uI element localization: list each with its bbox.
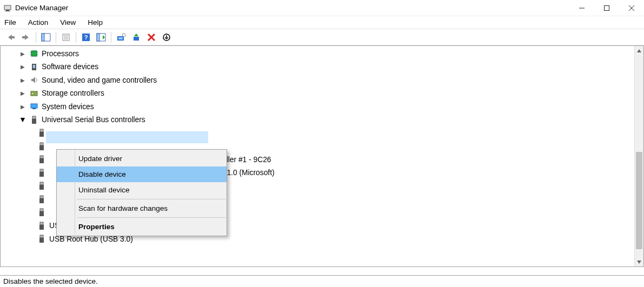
- menu-view[interactable]: View: [60, 18, 76, 26]
- enable-device-button[interactable]: [130, 31, 143, 43]
- forward-button[interactable]: [19, 31, 32, 43]
- window-title: Device Manager: [15, 4, 569, 12]
- update-driver-button[interactable]: [115, 31, 128, 43]
- svg-rect-44: [39, 158, 44, 163]
- properties-button[interactable]: [59, 31, 72, 43]
- usb-device-icon: [36, 195, 47, 204]
- collapse-arrow-icon[interactable]: ⯆: [19, 117, 26, 123]
- svg-rect-55: [40, 235, 43, 238]
- usb-device-icon: [36, 142, 47, 151]
- tree-label: [49, 142, 51, 150]
- usb-device-icon: [36, 129, 47, 137]
- usb-device-icon: [36, 182, 47, 190]
- svg-rect-52: [39, 211, 44, 216]
- usb-device-icon: [36, 155, 47, 164]
- svg-rect-32: [33, 65, 35, 68]
- back-button[interactable]: [4, 31, 17, 43]
- context-menu-separator: [77, 217, 225, 218]
- maximize-button[interactable]: [594, 0, 619, 16]
- svg-rect-42: [39, 145, 44, 150]
- vertical-scrollbar[interactable]: [634, 46, 643, 266]
- svg-rect-56: [39, 238, 44, 243]
- tree-category-system-devices[interactable]: ▶ System devices: [3, 100, 633, 114]
- menu-help[interactable]: Help: [88, 18, 103, 26]
- context-menu-disable-device[interactable]: Disable device: [57, 166, 227, 182]
- menubar: File Action View Help: [0, 16, 644, 29]
- svg-rect-7: [11, 36, 15, 38]
- usb-device-icon: [36, 235, 47, 243]
- device-manager-icon: [3, 4, 12, 12]
- expand-arrow-icon[interactable]: ▶: [19, 104, 26, 110]
- titlebar: Device Manager: [0, 0, 644, 16]
- statusbar-text: Disables the selected device.: [3, 277, 98, 285]
- svg-rect-50: [39, 198, 44, 203]
- svg-rect-53: [40, 222, 43, 225]
- close-button[interactable]: [619, 0, 644, 16]
- svg-rect-2: [5, 11, 10, 11]
- tree-label: Processors: [42, 50, 79, 58]
- svg-rect-18: [97, 34, 99, 41]
- tree-category-sound[interactable]: ▶ Sound, video and game controllers: [3, 74, 633, 87]
- svg-rect-43: [40, 156, 43, 158]
- scroll-down-icon[interactable]: [635, 257, 643, 266]
- toolbar-separator: [76, 32, 76, 43]
- context-menu-properties[interactable]: Properties: [57, 219, 227, 235]
- tree-label: Storage controllers: [42, 89, 104, 97]
- menu-file[interactable]: File: [4, 18, 16, 26]
- expand-arrow-icon[interactable]: ▶: [19, 64, 26, 70]
- svg-rect-39: [40, 129, 43, 132]
- svg-rect-8: [22, 36, 25, 38]
- tree-label: [49, 182, 51, 190]
- context-menu-update-driver[interactable]: Update driver: [57, 151, 227, 166]
- expand-arrow-icon[interactable]: ▶: [19, 51, 26, 57]
- expand-arrow-icon[interactable]: ▶: [19, 90, 26, 96]
- tree-category-processors[interactable]: ▶ Processors: [3, 47, 633, 61]
- tree-category-usb[interactable]: ⯆ Universal Serial Bus controllers: [3, 114, 633, 127]
- minimize-button[interactable]: [569, 0, 594, 16]
- toolbar-separator: [56, 32, 56, 43]
- tree-label: [49, 195, 51, 203]
- tree-label: [49, 129, 51, 137]
- scan-hardware-button[interactable]: [95, 31, 108, 43]
- svg-rect-45: [40, 169, 43, 172]
- window-controls: [569, 0, 644, 16]
- svg-rect-47: [40, 182, 43, 185]
- context-menu-scan-hardware[interactable]: Scan for hardware changes: [57, 201, 227, 216]
- svg-rect-36: [32, 108, 36, 109]
- toolbar: ?: [0, 29, 644, 45]
- usb-device-icon: [36, 222, 47, 230]
- storage-icon: [29, 89, 39, 98]
- context-menu: Update driver Disable device Uninstall d…: [56, 149, 227, 236]
- svg-rect-20: [118, 37, 123, 39]
- tree-label: USB Root Hub (USB 3.0): [49, 235, 133, 243]
- scroll-thumb[interactable]: [636, 152, 642, 249]
- svg-rect-49: [40, 196, 43, 198]
- menu-action[interactable]: Action: [28, 18, 49, 26]
- svg-text:?: ?: [84, 34, 88, 41]
- tree-category-storage[interactable]: ▶ Storage controllers: [3, 87, 633, 101]
- scroll-up-icon[interactable]: [635, 46, 643, 55]
- context-menu-uninstall-device[interactable]: Uninstall device: [57, 182, 227, 198]
- system-icon: [29, 102, 39, 111]
- svg-rect-1: [6, 10, 9, 11]
- tree-label: Universal Serial Bus controllers: [42, 116, 145, 124]
- expand-arrow-icon[interactable]: ▶: [19, 77, 26, 83]
- uninstall-device-button[interactable]: [145, 31, 158, 43]
- usb-icon: [29, 116, 39, 124]
- svg-rect-10: [42, 34, 44, 41]
- tree-label: Software devices: [42, 63, 98, 71]
- statusbar: Disables the selected device.: [0, 275, 644, 287]
- svg-rect-26: [31, 51, 37, 56]
- tree-item-usb-device-selected[interactable]: [3, 126, 633, 140]
- tree-category-software-devices[interactable]: ▶ Software devices: [3, 61, 633, 74]
- help-button[interactable]: ?: [79, 31, 92, 43]
- disable-device-button[interactable]: [160, 31, 173, 43]
- tree-label: [49, 209, 51, 217]
- usb-device-icon: [36, 169, 47, 177]
- cpu-icon: [29, 49, 39, 58]
- show-hide-console-tree-button[interactable]: [39, 31, 52, 43]
- svg-rect-0: [4, 5, 11, 10]
- context-menu-separator: [77, 199, 225, 199]
- tree-label: Sound, video and game controllers: [42, 76, 157, 84]
- svg-rect-22: [134, 37, 139, 41]
